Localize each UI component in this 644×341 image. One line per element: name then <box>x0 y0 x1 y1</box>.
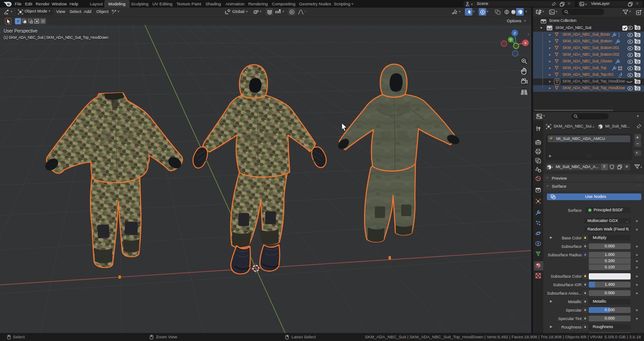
svg-text:X: X <box>524 41 527 45</box>
svg-text:Z: Z <box>514 31 516 35</box>
svg-text:Y: Y <box>509 38 512 42</box>
